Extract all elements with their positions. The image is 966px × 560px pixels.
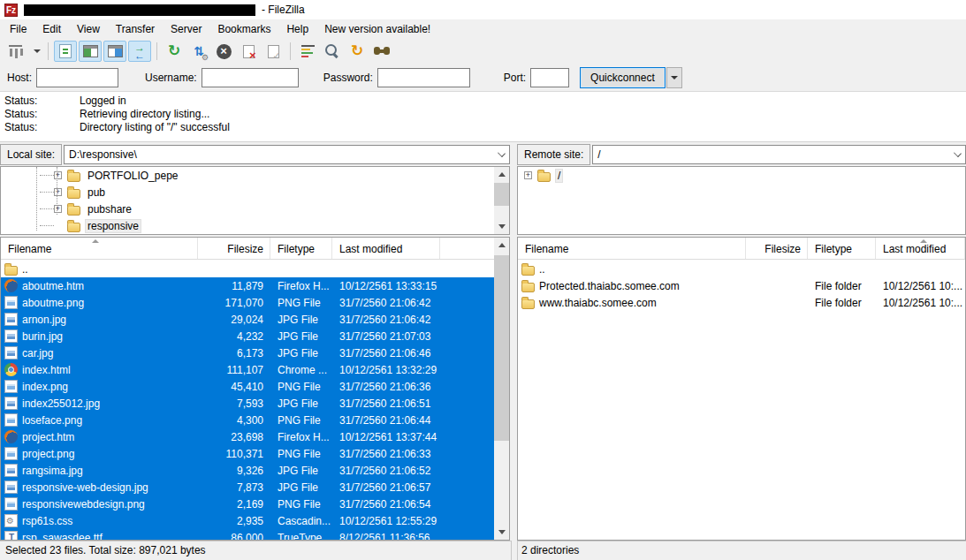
directory-listing-filters-button[interactable] [296, 41, 319, 62]
quickconnect-dropdown[interactable] [666, 67, 682, 88]
..[interactable]: .. [518, 261, 965, 277]
directory-comparison-button[interactable] [321, 41, 344, 62]
tree-item[interactable]: + / [518, 167, 965, 184]
burin.jpg[interactable]: burin.jpg 4,232 JPG File 31/7/2560 21:07… [1, 328, 494, 344]
filetype: PNG File [270, 414, 332, 427]
site-manager-dropdown[interactable] [29, 41, 42, 62]
chevron-down-icon[interactable] [498, 149, 506, 157]
Protected.thaiabc.somee.com[interactable]: Protected.thaiabc.somee.com File folder … [518, 277, 965, 294]
index255012.jpg[interactable]: index255012.jpg 7,593 JPG File 31/7/2560… [1, 395, 494, 412]
disconnect-button[interactable] [237, 41, 260, 62]
toolbar-icon [323, 42, 341, 60]
index.html[interactable]: index.html 111,107 Chrome ... 10/12/2561… [1, 361, 494, 378]
toggle-transfer-queue-button[interactable] [128, 41, 151, 62]
column-header-filename[interactable]: Filename [518, 238, 746, 259]
index.png[interactable]: index.png 45,410 PNG File 31/7/2560 21:0… [1, 378, 494, 395]
toggle-message-log-button[interactable] [54, 41, 77, 62]
menu-item[interactable]: Transfer [108, 20, 163, 38]
scroll-down-icon[interactable] [494, 219, 509, 234]
car.jpg[interactable]: car.jpg 6,173 JPG File 31/7/2560 21:06:4… [1, 344, 494, 361]
rsp61s.css[interactable]: rsp61s.css 2,935 Cascadin... 10/12/2561 … [1, 512, 494, 529]
arnon.jpg[interactable]: arnon.jpg 29,024 JPG File 31/7/2560 21:0… [1, 311, 494, 328]
local-site-combobox[interactable]: D:\responsive\ [64, 145, 510, 164]
find-files-button[interactable] [370, 41, 393, 62]
loseface.png[interactable]: loseface.png 4,300 PNG File 31/7/2560 21… [1, 412, 494, 428]
synchronized-browsing-button[interactable] [346, 41, 369, 62]
password-input[interactable] [377, 68, 470, 87]
reconnect-button[interactable] [262, 41, 285, 62]
toolbar-icon [290, 42, 291, 60]
filesize: 86,000 [198, 532, 270, 541]
cancel-operation-button[interactable] [212, 41, 235, 62]
..[interactable]: .. [1, 261, 494, 277]
port-input[interactable] [530, 68, 569, 87]
expand-icon[interactable]: + [524, 171, 532, 179]
scroll-down-icon[interactable] [494, 525, 509, 540]
host-input[interactable] [36, 68, 118, 87]
filesize: 2,169 [198, 498, 270, 511]
menu-item[interactable]: Bookmarks [209, 20, 278, 38]
refresh-button[interactable] [163, 41, 186, 62]
project.htm[interactable]: project.htm 23,698 Firefox H... 10/12/25… [1, 428, 494, 445]
last-modified: 31/7/2560 21:06:46 [332, 347, 440, 359]
last-modified: 10/12/2561 13:33:15 [332, 280, 440, 292]
menu-item[interactable]: Server [163, 20, 209, 38]
scroll-up-icon[interactable] [494, 167, 509, 182]
toolbar-separator [156, 42, 157, 60]
tree-item[interactable]: + PORTFOLIO_pepe [1, 167, 509, 184]
toolbar-icon [131, 42, 148, 60]
folder-icon [67, 206, 80, 216]
menu-item[interactable]: File [2, 20, 34, 38]
www.thaiabc.somee.com[interactable]: www.thaiabc.somee.com File folder 10/12/… [518, 294, 965, 311]
log-line: Status: Retrieving directory listing... [0, 108, 966, 121]
rsp_sawasdee.ttf[interactable]: rsp_sawasdee.ttf 86,000 TrueType... 8/12… [1, 529, 494, 540]
responsive-web-design.jpg[interactable]: responsive-web-design.jpg 7,873 JPG File… [1, 479, 494, 496]
menu-item[interactable]: Help [278, 20, 316, 38]
expand-icon[interactable]: + [54, 205, 62, 213]
log-status-label: Status: [0, 95, 80, 108]
local-tree-scrollbar[interactable] [494, 167, 509, 234]
aboutme.htm[interactable]: aboutme.htm 11,879 Firefox H... 10/12/25… [1, 277, 494, 294]
project.png[interactable]: project.png 110,371 PNG File 31/7/2560 2… [1, 445, 494, 462]
quickconnect-button[interactable]: Quickconnect [580, 67, 666, 88]
scrollbar-thumb[interactable] [494, 183, 509, 206]
log-status-label: Status: [0, 121, 80, 134]
tree-guide-line [57, 167, 57, 215]
menu-item[interactable]: View [69, 20, 108, 38]
log-message: Logged in [80, 95, 126, 108]
toolbar-icon [190, 42, 208, 60]
local-panel: Local site: D:\responsive\ + PORTFOLIO_p… [0, 142, 510, 541]
tree-item[interactable]: + responsive [1, 217, 509, 234]
remote-site-combobox[interactable]: / [592, 145, 966, 164]
column-header-last-modified[interactable]: Last modified [332, 238, 440, 259]
filetype: JPG File [270, 347, 332, 359]
remote-site-path: / [597, 148, 600, 161]
tree-item[interactable]: + pub [1, 184, 509, 201]
chevron-down-icon[interactable] [954, 149, 962, 157]
filename: index.html [22, 364, 71, 376]
menu-item[interactable]: New version available! [316, 20, 438, 38]
toggle-local-tree-button[interactable] [79, 41, 102, 62]
site-manager-button[interactable] [4, 41, 27, 62]
responsivewebdesign.png[interactable]: responsivewebdesign.png 2,169 PNG File 3… [1, 496, 494, 512]
menu-item[interactable]: Edit [34, 20, 69, 38]
file-icon [4, 397, 18, 410]
column-header-filesize[interactable]: Filesize [198, 238, 270, 259]
process-queue-button[interactable] [187, 41, 210, 62]
column-header-filetype[interactable]: Filetype [808, 238, 876, 259]
file-icon [4, 346, 18, 359]
scrollbar-thumb[interactable] [494, 255, 509, 441]
expand-icon[interactable]: + [54, 188, 62, 196]
column-header-filetype[interactable]: Filetype [270, 238, 332, 259]
filename: www.thaiabc.somee.com [539, 297, 657, 309]
local-list-scrollbar[interactable] [494, 238, 509, 540]
username-input[interactable] [202, 68, 299, 87]
column-header-filesize[interactable]: Filesize [746, 238, 808, 259]
tree-item[interactable]: + pubshare [1, 201, 509, 217]
rangsima.jpg[interactable]: rangsima.jpg 9,326 JPG File 31/7/2560 21… [1, 462, 494, 479]
toggle-remote-tree-button[interactable] [103, 41, 126, 62]
expand-icon[interactable]: + [54, 171, 62, 179]
aboutme.png[interactable]: aboutme.png 171,070 PNG File 31/7/2560 2… [1, 294, 494, 311]
scroll-up-icon[interactable] [494, 238, 509, 253]
column-header-filename[interactable]: Filename [1, 238, 198, 259]
